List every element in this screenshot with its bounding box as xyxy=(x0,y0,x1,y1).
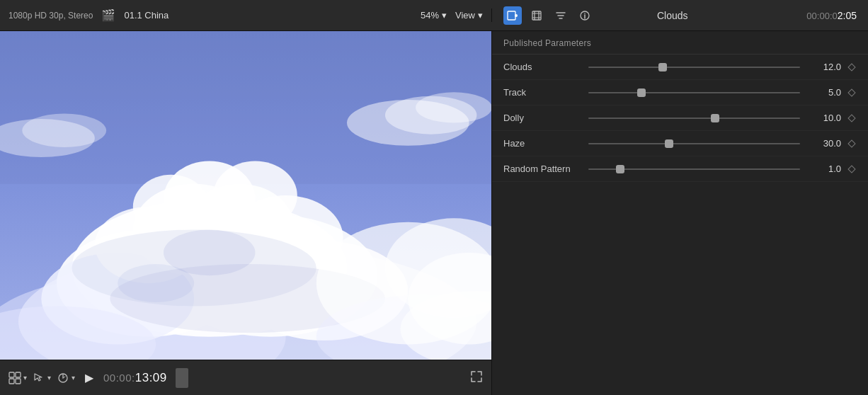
timecode-highlight: 2:05 xyxy=(838,10,857,21)
bottom-controls: ▾ ▾ ▾ ▶ xyxy=(0,360,491,395)
scrubber-bar xyxy=(176,368,188,388)
video-panel: ▾ ▾ ▾ ▶ xyxy=(0,31,492,395)
timecode-prefix: 00:00: xyxy=(103,372,135,384)
slider-thumb-3[interactable] xyxy=(665,139,673,148)
svg-point-40 xyxy=(118,264,194,302)
slider-track-1 xyxy=(588,92,800,93)
inspector-title: Clouds xyxy=(657,10,688,21)
tab-film[interactable] xyxy=(527,6,546,25)
param-value-1: 5.0 xyxy=(807,87,841,98)
svg-point-30 xyxy=(416,92,491,122)
video-preview xyxy=(0,31,491,360)
slider-thumb-2[interactable] xyxy=(711,114,719,122)
param-label-1: Track xyxy=(503,87,588,98)
film-icon: 🎬 xyxy=(101,8,115,22)
param-slider-1[interactable] xyxy=(588,86,800,99)
layout-button[interactable]: ▾ xyxy=(8,372,27,384)
slider-thumb-0[interactable] xyxy=(658,63,667,71)
play-icon: ▶ xyxy=(85,372,93,384)
param-row-dolly: Dolly10.0 xyxy=(492,105,868,131)
param-slider-3[interactable] xyxy=(588,137,800,150)
transform-button[interactable]: ▾ xyxy=(33,372,51,384)
tab-info[interactable] xyxy=(576,6,594,25)
param-label-3: Haze xyxy=(503,138,588,149)
slider-track-4 xyxy=(588,168,800,170)
slider-track-0 xyxy=(588,67,800,68)
inspector-tabs xyxy=(503,6,594,25)
svg-rect-43 xyxy=(9,379,14,384)
param-label-4: Random Pattern xyxy=(503,164,588,174)
svg-rect-41 xyxy=(9,372,14,377)
tab-filter[interactable] xyxy=(552,6,570,25)
playback-timecode: 00:00:13:09 xyxy=(103,371,167,385)
svg-rect-2 xyxy=(532,11,541,20)
svg-rect-42 xyxy=(16,372,21,377)
fullscreen-button[interactable] xyxy=(470,370,483,386)
slider-track-2 xyxy=(588,118,800,119)
keyframe-diamond-0[interactable] xyxy=(847,62,857,72)
transform-icon xyxy=(33,372,45,384)
zoom-dropdown-icon[interactable]: ▾ xyxy=(442,10,447,21)
diamond-shape-2 xyxy=(847,114,855,122)
zoom-control[interactable]: 54% ▾ xyxy=(421,10,447,21)
play-button[interactable]: ▶ xyxy=(81,371,98,384)
param-slider-2[interactable] xyxy=(588,112,800,125)
project-name: 01.1 China xyxy=(124,10,169,21)
tab-video[interactable] xyxy=(503,6,522,25)
view-button[interactable]: View ▾ xyxy=(455,10,483,21)
zoom-level: 54% xyxy=(421,10,439,21)
params-container: Clouds12.0Track5.0Dolly10.0Haze30.0Rando… xyxy=(492,55,868,182)
keyframe-diamond-3[interactable] xyxy=(847,139,857,149)
transform-dropdown-icon: ▾ xyxy=(47,374,51,382)
top-bar: 1080p HD 30p, Stereo 🎬 01.1 China 54% ▾ … xyxy=(0,0,868,31)
param-slider-4[interactable] xyxy=(588,163,800,176)
svg-rect-44 xyxy=(16,379,21,384)
svg-point-24 xyxy=(213,161,297,229)
param-label-0: Clouds xyxy=(503,62,588,72)
inspector-panel: Published Parameters Clouds12.0Track5.0D… xyxy=(492,31,868,395)
param-row-haze: Haze30.0 xyxy=(492,131,868,156)
fullscreen-icon xyxy=(470,370,483,383)
speed-dropdown-icon: ▾ xyxy=(72,374,75,382)
svg-point-25 xyxy=(133,175,210,239)
speed-icon xyxy=(57,372,69,384)
diamond-shape-0 xyxy=(847,63,855,71)
diamond-shape-3 xyxy=(847,139,855,147)
keyframe-diamond-4[interactable] xyxy=(847,164,857,174)
speed-button[interactable]: ▾ xyxy=(57,372,75,384)
svg-rect-0 xyxy=(508,11,515,20)
svg-point-9 xyxy=(584,13,586,14)
param-row-clouds: Clouds12.0 xyxy=(492,55,868,80)
slider-thumb-4[interactable] xyxy=(616,165,624,173)
layout-icon xyxy=(8,372,21,384)
param-label-2: Dolly xyxy=(503,113,588,123)
param-slider-0[interactable] xyxy=(588,61,800,74)
timecode-prefix: 00:00:0 xyxy=(806,11,837,21)
section-header: Published Parameters xyxy=(492,31,868,55)
slider-thumb-1[interactable] xyxy=(637,88,646,97)
view-label: View xyxy=(455,10,475,21)
svg-point-32 xyxy=(22,114,106,147)
video-info: 1080p HD 30p, Stereo xyxy=(8,11,93,21)
inspector-toolbar: Clouds 00:00:02:05 xyxy=(492,6,868,25)
preview-toolbar: 1080p HD 30p, Stereo 🎬 01.1 China 54% ▾ … xyxy=(0,8,492,22)
keyframe-diamond-2[interactable] xyxy=(847,113,857,123)
param-row-random-pattern: Random Pattern1.0 xyxy=(492,156,868,182)
inspector-timecode: 00:00:02:05 xyxy=(806,10,857,21)
diamond-shape-4 xyxy=(847,165,855,173)
layout-dropdown-icon: ▾ xyxy=(23,374,27,382)
param-value-2: 10.0 xyxy=(807,113,841,123)
svg-point-1 xyxy=(515,14,518,17)
param-value-4: 1.0 xyxy=(807,164,841,174)
timecode-value: 13:09 xyxy=(135,371,167,384)
keyframe-diamond-1[interactable] xyxy=(847,88,857,98)
param-row-track: Track5.0 xyxy=(492,80,868,105)
diamond-shape-1 xyxy=(847,88,855,96)
param-value-3: 30.0 xyxy=(807,138,841,149)
param-value-0: 12.0 xyxy=(807,62,841,72)
main-content: ▾ ▾ ▾ ▶ xyxy=(0,31,868,395)
slider-track-3 xyxy=(588,143,800,144)
view-dropdown-icon: ▾ xyxy=(478,10,483,21)
